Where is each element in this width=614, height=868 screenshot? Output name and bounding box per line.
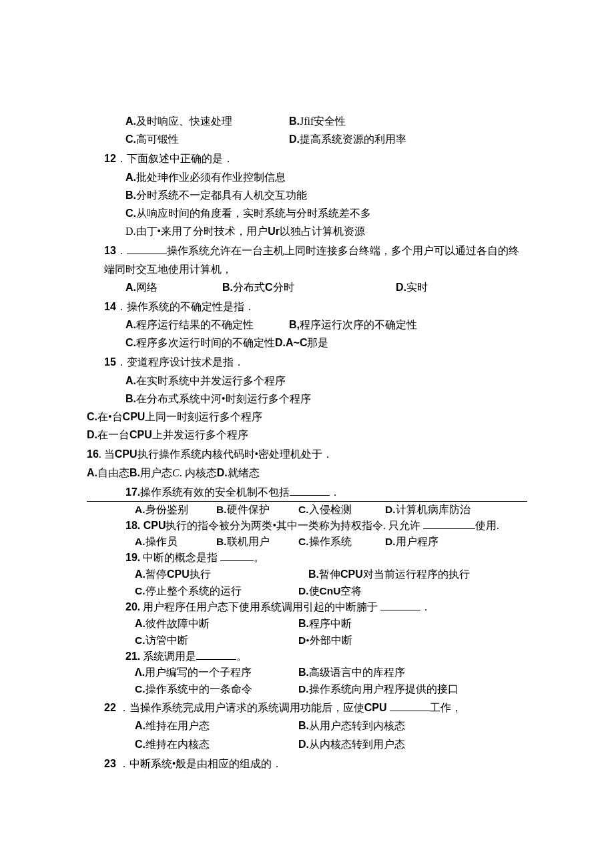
q13-stem: 13．操作系统允许在一台主机上同时连接多台终端，多个用户可以通过各自的终端同时交… (87, 242, 527, 278)
q16-optC-post: . 内核态 (180, 467, 217, 478)
q21-row2: C.操作系统中的一条命令 D.操作系统向用户程序提供的接口 (87, 681, 527, 697)
q23-stem: 23 ．中断系统•般是由相应的组成的． (87, 755, 527, 773)
q21-optA-lbl: Λ. (135, 667, 145, 678)
q11-optA-text: 及时响应、快速处理 (136, 115, 232, 127)
q21-stem-text: 系统调用是 (140, 650, 196, 662)
q17-optA: A.身份鉴别 (135, 502, 216, 518)
q19-row1: A.暂停CPU执行 B.暂伸CPU对当前运行程序的执行 (87, 566, 527, 583)
q17-optA-text: 身份鉴别 (145, 504, 188, 515)
q21-stem-end: 。 (236, 650, 247, 662)
q11-optC: C.高可锻性 (125, 130, 289, 148)
q11-optB-text: Jfif安全性 (300, 115, 346, 127)
q17-optD-text: 计算机病库防治 (396, 504, 471, 515)
q17-stem: 17. 操作系统有效的安全机制不包括 ． (87, 484, 527, 502)
q15-optD-post: 上并发运行多个程序 (152, 429, 248, 440)
q22-optA: A.维持在用户态 (135, 717, 298, 735)
q14-optB-text: 程序运行次序的不确定性 (300, 319, 417, 330)
q12-optD: D.由丁•来用了分时技术，用户Ur以独占计算机资源 (87, 222, 527, 240)
q12-optA-text: 批处珅作业必须有作业控制信息 (136, 171, 286, 183)
q22-optC: C.维持在内核态 (135, 735, 298, 753)
q19-optC-text: 停止整个系统的运行 (145, 585, 242, 596)
q13-blank (127, 243, 167, 254)
q18-optA: A.操作员 (135, 534, 216, 550)
q17-optC: C.入侵检测 (298, 502, 385, 518)
q16-stem-post: 执行操作系统内核代码时•密处理机处于． (137, 448, 334, 460)
q18-optB: B.联机用户 (216, 534, 298, 550)
q19-block: 19. 中断的概念是指 。 A.暂停CPU执行 B.暂伸CPU对当前运行程序的执… (87, 550, 527, 599)
q19-num: 19. (125, 552, 140, 563)
q19-optA: A.暂停CPU执行 (135, 566, 308, 583)
q12-stem: 12．下面叙述中正确的是． (87, 149, 527, 167)
q16-optB: 用户态 (140, 467, 172, 478)
q11-optB: B.Jfif安全性 (289, 112, 346, 130)
q15-optD-bold: CPU (129, 429, 152, 440)
q21-optD: D.操作系统向用户程序提供的接口 (298, 681, 458, 697)
q15-optB: B.在分布式系统中河•时刻运行多个程序 (87, 390, 527, 408)
q22-optD: D.从内核态转到用户态 (298, 735, 405, 753)
q19-row2: C.停止整个系统的运行 D.使CnU空将 (87, 583, 527, 599)
q14-row1: A.程序运行结果的不确定性 B,程序运行次序的不确定性 (87, 316, 527, 334)
q17-optB-text: 硬件保护 (227, 504, 270, 515)
q12-num: 12 (104, 153, 116, 164)
q12-optB: B.分时系统不一定都具有人机交互功能 (87, 186, 527, 204)
q23-num: 23 (104, 758, 116, 769)
q17-stem-end: ． (330, 484, 340, 501)
q17-stem-text: 操作系统有效的安全机制不包括 (140, 484, 290, 501)
q13-optB-pre: 分布式 (233, 282, 265, 293)
q16-stem-pre: . 当 (99, 448, 115, 460)
q21-optD-text: 操作系统向用户程序提供的接口 (309, 683, 458, 695)
q21-optB-text: 高级语言中的库程序 (309, 667, 405, 678)
q22-row1: A.维持在用户态 B.从用户态转到内核态 (87, 717, 527, 735)
q21-optC-text: 操作系统中的一条命令 (145, 683, 252, 695)
q18-stem-mid: 执行的指令被分为两类•其中一类称为持权指令. 只允许 (166, 520, 423, 531)
q12-optD-pre: D.由丁•来用了分时技术，用户 (125, 226, 268, 237)
q17-optD: D.计算机病库防治 (385, 502, 471, 518)
q20-stem: 20. 用户程序任用户态下使用系统调用引起的中断腩于 ． (87, 599, 527, 616)
q14-stem-text: ．操作系统的不确定性是指． (116, 301, 255, 312)
q16-opts: A.自由态B.用户态C. 内核态D.就绪态 (87, 464, 527, 482)
q21-num: 21. (125, 650, 140, 662)
q20-stem-end: ． (420, 601, 431, 612)
q14-optC-bold: D.A~C (275, 337, 307, 348)
q20-optC-text: 访管中断 (145, 634, 188, 646)
q15-optC-pre: 在•台 (97, 411, 123, 422)
q15-num: 15 (104, 356, 116, 368)
q13-optD: D.实时 (396, 278, 428, 296)
q18-optD: D.用户程序 (385, 534, 438, 550)
q13-opts: A.网络 B.分布式C分时 D.实时 (87, 278, 527, 296)
q14-stem: 14．操作系统的不确定性是指． (87, 298, 527, 316)
q15-stem-text: ．变道程序设计技术是指． (116, 356, 244, 368)
q15-optC-post: 上同一时刻运行多个程序 (145, 411, 262, 422)
q22-optA-text: 维持在用户态 (145, 720, 210, 731)
q13-optA-text: 网络 (136, 282, 158, 293)
q15-optA-text: 在实时系统中并发运行多个程序 (136, 375, 286, 386)
q11-optD-text: 提高系统资源的利用率 (300, 133, 406, 145)
q15-optB-text: 在分布式系统中河•时刻运行多个程序 (136, 393, 311, 404)
q13-num: 13 (104, 245, 116, 256)
q13-optB-bold: C (265, 282, 273, 293)
q18-optA-text: 操作员 (145, 536, 178, 547)
q15-optC: C.在•台CPU上同一时刻运行多个程序 (87, 408, 527, 426)
q12-stem-text: ．下面叙述中正确的是． (116, 153, 234, 164)
q20-row1: A.彼件故障中断 B.程序中断 (87, 616, 527, 632)
q20-num: 20. (125, 601, 140, 612)
q15-stem: 15．变道程序设计技术是指． (87, 353, 527, 371)
q15-optA: A.在实时系统中并发运行多个程序 (87, 372, 527, 390)
q14-optA-text: 程序运行结果的不确定性 (136, 319, 254, 330)
q22-optD-text: 从内核态转到用户态 (309, 739, 405, 750)
q21-optA: Λ.用户编写的一个子程序 (135, 665, 298, 681)
q22-optB: B.从用户态转到内核态 (298, 717, 405, 735)
q18-stem: 18. CPU执行的指令被分为两类•其中一类称为持权指令. 只允许 使用. (87, 518, 527, 534)
q12-optA: A.批处珅作业必须有作业控制信息 (87, 168, 527, 186)
q21-row1: Λ.用户编写的一个子程序 B.高级语言中的库程序 (87, 665, 527, 681)
q20-optB-text: 程序中断 (309, 618, 352, 629)
q20-optA-text: 彼件故障中断 (145, 618, 210, 629)
q14-optC-post: 那是 (307, 337, 328, 348)
q13-optB-post: 分时 (273, 282, 294, 293)
q16-stem: 16. 当CPU执行操作系统内核代码时•密处理机处于． (87, 445, 527, 463)
q23-stem-text: ．中断系统•般是由相应的组成的． (116, 758, 283, 769)
q21-block: 21. 系统调用是。 Λ.用户编写的一个子程序 B.高级语言中的库程序 C.操作… (87, 648, 527, 698)
q13-optD-text: 实时 (406, 282, 428, 293)
q19-stem: 19. 中断的概念是指 。 (87, 550, 527, 566)
q19-optB-bold: CPU (340, 568, 363, 580)
